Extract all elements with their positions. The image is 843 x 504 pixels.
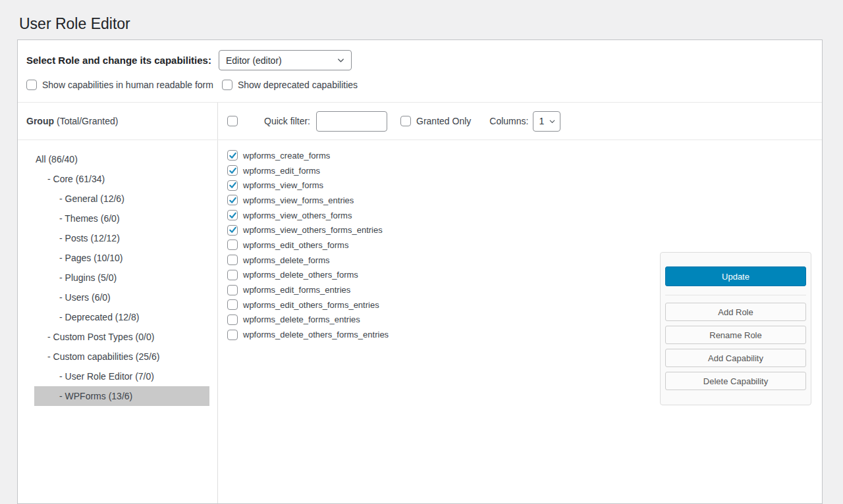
role-section: Select Role and change its capabilities:… (18, 40, 822, 103)
capability-checkbox[interactable] (227, 150, 238, 161)
group-tree-item[interactable]: - Custom Post Types (0/0) (34, 327, 209, 347)
capability-label: wpforms_delete_others_forms_entries (243, 330, 389, 340)
quick-filter-input[interactable] (316, 111, 387, 132)
group-tree-item[interactable]: - General (12/6) (34, 189, 209, 209)
capability-checkbox[interactable] (227, 285, 238, 295)
content-section: All (86/40)- Core (61/34)- General (12/6… (18, 140, 822, 503)
capability-label: wpforms_view_others_forms_entries (243, 225, 383, 235)
group-tree: All (86/40)- Core (61/34)- General (12/6… (18, 140, 218, 503)
deprecated-checkbox[interactable] (222, 80, 232, 90)
actions-divider (665, 295, 806, 295)
user-role-editor-panel: Select Role and change its capabilities:… (17, 39, 823, 504)
deprecated-label: Show deprecated capabilities (238, 80, 358, 90)
capability-checkbox[interactable] (227, 225, 238, 236)
check-icon (229, 151, 237, 160)
capability-checkbox[interactable] (227, 165, 238, 176)
granted-only-checkbox[interactable] (400, 116, 411, 126)
human-readable-checkbox[interactable] (26, 80, 37, 90)
capability-label: wpforms_edit_others_forms_entries (243, 300, 379, 310)
check-icon (229, 181, 237, 189)
group-tree-item[interactable]: - User Role Editor (7/0) (34, 366, 209, 386)
capability-row[interactable]: wpforms_create_forms (227, 148, 822, 163)
capability-checkbox[interactable] (227, 180, 238, 191)
filter-bar: Quick filter: Granted Only Columns: 1 (218, 103, 822, 139)
capability-label: wpforms_create_forms (243, 151, 330, 161)
capability-label: wpforms_view_forms_entries (243, 195, 354, 205)
capability-label: wpforms_edit_forms (243, 166, 320, 176)
capability-checkbox[interactable] (227, 299, 238, 310)
capability-label: wpforms_view_forms (243, 180, 323, 190)
check-icon (229, 166, 237, 175)
capability-checkbox[interactable] (227, 330, 238, 340)
check-icon (229, 226, 237, 234)
capability-row[interactable]: wpforms_edit_forms (227, 163, 822, 178)
group-tree-item[interactable]: - Plugins (5/0) (34, 268, 209, 288)
capability-checkbox[interactable] (227, 210, 238, 220)
page-wrap: User Role Editor Select Role and change … (17, 0, 823, 504)
capability-checkbox[interactable] (227, 239, 238, 250)
update-button[interactable]: Update (665, 266, 806, 286)
actions-panel: Update Add Role Rename Role Add Capabili… (660, 252, 811, 405)
human-readable-label: Show capabilities in human readable form (42, 80, 213, 90)
capability-checkbox[interactable] (227, 270, 238, 280)
quick-filter-label: Quick filter: (264, 116, 310, 126)
capability-label: wpforms_edit_forms_entries (243, 285, 350, 295)
capability-label: wpforms_view_others_forms (243, 211, 352, 220)
role-select-value: Editor (editor) (226, 55, 282, 66)
check-icon (229, 196, 237, 205)
group-tree-item[interactable]: - Custom capabilities (25/6) (34, 347, 209, 366)
capability-label: wpforms_delete_forms_entries (243, 315, 360, 324)
group-header: Group (Total/Granted) (18, 103, 218, 139)
group-tree-item[interactable]: - Users (6/0) (34, 288, 209, 307)
delete-capability-button[interactable]: Delete Capability (665, 372, 806, 390)
role-select[interactable]: Editor (editor) (219, 50, 352, 70)
group-tree-item[interactable]: All (86/40) (34, 149, 209, 169)
group-tree-item[interactable]: - Core (61/34) (34, 169, 209, 189)
capability-row[interactable]: wpforms_view_forms (227, 178, 822, 193)
chevron-down-icon (336, 55, 346, 65)
add-role-button[interactable]: Add Role (665, 303, 806, 321)
group-header-suffix: (Total/Granted) (57, 116, 118, 126)
capability-row[interactable]: wpforms_view_others_forms_entries (227, 222, 822, 238)
columns-select-value: 1 (539, 116, 544, 126)
group-tree-item[interactable]: - WPForms (13/6) (34, 386, 209, 406)
filter-section: Group (Total/Granted) Quick filter: Gran… (18, 103, 822, 140)
capabilities-list: wpforms_create_forms wpforms_edit_forms … (218, 140, 822, 503)
chevron-down-icon (548, 117, 557, 126)
page-title: User Role Editor (17, 0, 823, 39)
columns-select[interactable]: 1 (533, 111, 560, 132)
deprecated-option: Show deprecated capabilities (222, 80, 358, 90)
group-tree-item[interactable]: - Posts (12/12) (34, 228, 209, 248)
capability-row[interactable]: wpforms_edit_others_forms (227, 238, 822, 253)
capability-checkbox[interactable] (227, 255, 238, 265)
group-header-title: Group (26, 116, 54, 126)
select-role-label: Select Role and change its capabilities: (26, 55, 211, 66)
rename-role-button[interactable]: Rename Role (665, 326, 806, 344)
capability-row[interactable]: wpforms_view_others_forms (227, 208, 822, 223)
group-tree-item[interactable]: - Deprecated (12/8) (34, 307, 209, 327)
add-capability-button[interactable]: Add Capability (665, 349, 806, 367)
capability-label: wpforms_edit_others_forms (243, 240, 348, 250)
capability-checkbox[interactable] (227, 315, 238, 325)
human-readable-option: Show capabilities in human readable form (26, 80, 213, 90)
group-tree-item[interactable]: - Themes (6/0) (34, 209, 209, 228)
check-icon (229, 211, 237, 220)
capability-row[interactable]: wpforms_view_forms_entries (227, 193, 822, 208)
group-tree-item[interactable]: - Pages (10/10) (34, 248, 209, 268)
columns-label: Columns: (489, 116, 528, 126)
capability-label: wpforms_delete_others_forms (243, 270, 358, 280)
capability-checkbox[interactable] (227, 195, 238, 205)
capability-label: wpforms_delete_forms (243, 255, 330, 265)
select-all-checkbox[interactable] (227, 116, 238, 126)
granted-only-label: Granted Only (416, 116, 471, 126)
